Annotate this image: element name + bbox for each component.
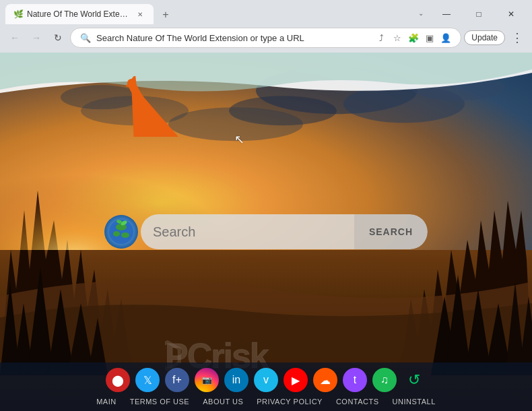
search-wrapper: SEARCH [141,214,428,249]
back-icon: ← [10,32,20,43]
browser-menu-button[interactable]: ⋮ [508,28,527,47]
new-tab-button[interactable]: + [156,5,175,24]
social-icon-linkedin[interactable]: in [224,368,248,392]
new-tab-icon: + [162,9,168,21]
address-text: Search Nature Of The World Extension or … [96,33,370,43]
footer-link-contacts[interactable]: CONTACTS [336,398,379,406]
search-icon: 🔍 [79,33,92,43]
footer-links-row: MAIN TERMS OF USE ABOUT US PRIVACY POLIC… [0,395,532,411]
social-icon-twitter[interactable]: 𝕏 [135,368,160,392]
search-input[interactable] [141,214,354,249]
search-button[interactable]: SEARCH [354,214,428,249]
share-icon[interactable]: ⤴ [374,33,388,43]
update-button[interactable]: Update [464,30,505,45]
tab-close-button[interactable]: ✕ [135,9,145,20]
footer-bar: ⬤ 𝕏 f+ 📷 in v ▶ ☁ t ♫ ↺ [0,362,532,411]
social-icon-refresh[interactable]: ↺ [402,368,426,392]
footer-link-uninstall[interactable]: UNINSTALL [393,398,436,406]
profile-icon[interactable]: 👤 [439,33,453,43]
social-icon-soundcloud[interactable]: ☁ [313,368,337,392]
forward-icon: → [32,32,41,43]
tab-favicon: 🌿 [13,9,23,19]
footer-link-about[interactable]: ABOUT US [203,398,243,406]
title-bar: 🌿 Nature Of The World Extension ✕ + ⌄ — … [0,0,532,24]
social-icon-spotify[interactable]: ♫ [372,368,397,392]
back-button[interactable]: ← [5,28,24,47]
bookmark-icon[interactable]: ☆ [391,33,404,43]
forward-button[interactable]: → [27,28,46,47]
active-tab[interactable]: 🌿 Nature Of The World Extension ✕ [5,4,154,24]
social-icon-home[interactable]: ⬤ [106,368,130,392]
search-section: SEARCH [104,214,428,249]
page-content: ↖ SEARCH [0,53,532,411]
address-bar[interactable]: 🔍 Search Nature Of The World Extension o… [70,28,461,48]
nav-bar: ← → ↻ 🔍 Search Nature Of The World Exten… [0,24,532,53]
social-icon-vimeo[interactable]: v [254,368,278,392]
social-icon-youtube[interactable]: ▶ [284,368,308,392]
footer-link-terms[interactable]: TERMS OF USE [130,398,190,406]
address-icons: ⤴ ☆ 🧩 ▣ 👤 [374,33,453,43]
footer-link-privacy[interactable]: PRIVACY POLICY [257,398,323,406]
search-logo [104,215,138,249]
refresh-icon: ↻ [54,32,62,43]
svg-marker-9 [0,282,20,375]
window-controls: ⌄ — □ ✕ [412,4,527,24]
refresh-button[interactable]: ↻ [48,28,67,47]
tab-strip: 🌿 Nature Of The World Extension ✕ + [5,4,412,24]
header-wave [0,53,532,106]
restore-button[interactable]: □ [463,4,494,24]
menu-icon: ⋮ [511,30,523,45]
minimize-button[interactable]: — [431,4,462,24]
svg-point-24 [113,231,120,236]
extensions-icon[interactable]: 🧩 [407,33,420,43]
tab-title: Nature Of The World Extension [27,9,131,19]
tab-strip-chevron[interactable]: ⌄ [412,4,430,22]
sidebar-icon[interactable]: ▣ [423,33,436,43]
svg-point-25 [121,232,129,238]
social-icon-twitch[interactable]: t [343,368,367,392]
social-icon-instagram[interactable]: 📷 [195,368,219,392]
footer-link-main[interactable]: MAIN [96,398,117,406]
browser-window: 🌿 Nature Of The World Extension ✕ + ⌄ — … [0,0,532,411]
close-button[interactable]: ✕ [496,4,527,24]
social-icons-row: ⬤ 𝕏 f+ 📷 in v ▶ ☁ t ♫ ↺ [0,362,532,395]
social-icon-facebook[interactable]: f+ [165,368,189,392]
